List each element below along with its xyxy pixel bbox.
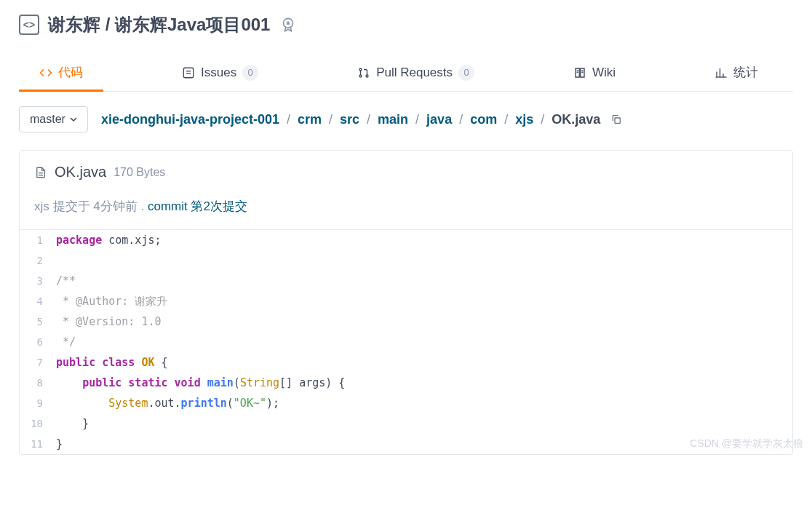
repo-owner[interactable]: 谢东辉 [48, 15, 100, 34]
file-icon [34, 166, 47, 179]
breadcrumb-crm[interactable]: crm [298, 112, 322, 127]
branch-name: master [30, 113, 65, 126]
tab-issues-label: Issues [201, 66, 236, 80]
tab-prs[interactable]: Pull Requests 0 [337, 54, 495, 91]
tab-code-label: 代码 [58, 64, 83, 81]
file-size: 170 Bytes [114, 166, 165, 179]
prs-count: 0 [458, 65, 474, 81]
branch-select[interactable]: master [19, 106, 88, 132]
file-panel: OK.java 170 Bytes xjs 提交于 4分钟前 . commit … [19, 150, 793, 455]
commit-link[interactable]: commit [148, 199, 188, 213]
commit-time: 4分钟前 [93, 199, 137, 213]
wiki-icon [573, 66, 586, 79]
file-name: OK.java [55, 164, 106, 180]
tab-stats[interactable]: 统计 [694, 54, 779, 91]
repo-name[interactable]: 谢东辉Java项目001 [115, 15, 270, 34]
watermark: CSDN @要学就学灰太狼 [690, 437, 803, 450]
issues-icon [182, 66, 195, 79]
badge-icon[interactable] [279, 15, 298, 34]
chevron-down-icon [70, 116, 77, 123]
svg-rect-1 [183, 68, 194, 78]
breadcrumb-xjs[interactable]: xjs [515, 112, 533, 127]
breadcrumb-src[interactable]: src [340, 112, 359, 127]
copy-icon[interactable] [610, 114, 622, 125]
breadcrumb-main[interactable]: main [378, 112, 408, 127]
code-icon [39, 66, 52, 79]
breadcrumb: xie-donghui-java-project-001/ crm/ src/ … [101, 112, 622, 127]
breadcrumb-java[interactable]: java [426, 112, 452, 127]
pr-icon [357, 66, 370, 79]
svg-point-6 [366, 75, 368, 77]
stats-icon [715, 66, 728, 79]
commit-msg[interactable]: 第2次提交 [191, 199, 247, 213]
svg-point-5 [359, 75, 362, 77]
code-area: 1package com.xjs; 2 3/** 4 * @Author: 谢家… [20, 230, 792, 454]
commit-author[interactable]: xjs [34, 199, 49, 213]
tabs: 代码 Issues 0 Pull Requests 0 Wiki 统计 [19, 54, 793, 92]
tab-prs-label: Pull Requests [376, 66, 453, 80]
breadcrumb-root[interactable]: xie-donghui-java-project-001 [101, 112, 279, 127]
breadcrumb-file: OK.java [552, 112, 600, 127]
tab-stats-label: 统计 [733, 64, 758, 81]
commit-info: xjs 提交于 4分钟前 . commit 第2次提交 [20, 191, 792, 230]
file-header: OK.java 170 Bytes [20, 151, 792, 191]
breadcrumb-com[interactable]: com [470, 112, 497, 127]
svg-point-4 [359, 68, 362, 71]
tab-issues[interactable]: Issues 0 [162, 54, 279, 91]
tab-wiki[interactable]: Wiki [553, 54, 636, 91]
svg-rect-15 [615, 118, 620, 123]
repo-icon: <> [19, 15, 39, 35]
commit-submitted: 提交于 [53, 199, 90, 213]
tab-code[interactable]: 代码 [19, 54, 103, 91]
repo-title: <> 谢东辉 / 谢东辉Java项目001 [19, 13, 793, 36]
issues-count: 0 [242, 65, 258, 81]
tab-wiki-label: Wiki [592, 66, 616, 80]
